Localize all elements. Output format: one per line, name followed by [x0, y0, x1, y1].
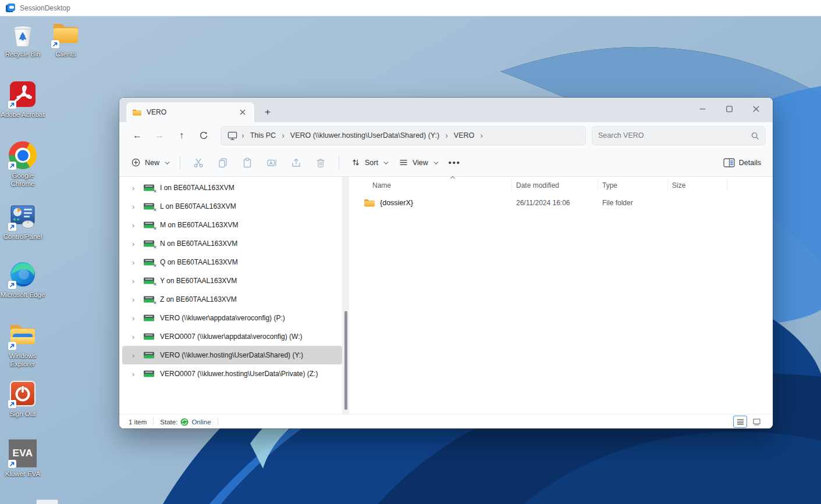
large-icons-view-toggle[interactable] — [749, 416, 763, 428]
cut-button[interactable] — [186, 153, 211, 173]
desktop-icon-recycle-bin[interactable]: Recycle Bin — [0, 20, 45, 58]
breadcrumb-item[interactable]: This PC — [247, 130, 279, 141]
sidebar-drive-item[interactable]: › × VERO0007 (\\kluwer\appdata\veroconfi… — [122, 327, 342, 346]
folder-icon — [52, 20, 80, 48]
paste-button[interactable] — [235, 153, 260, 173]
search-box[interactable] — [592, 126, 766, 145]
new-button[interactable]: New — [125, 153, 174, 173]
chevron-right-icon[interactable]: › — [132, 314, 138, 323]
column-header-size[interactable]: Size — [668, 179, 727, 192]
back-button[interactable]: ← — [126, 126, 148, 145]
sidebar-drive-item[interactable]: › × I on BE60TAAL163XVM — [122, 178, 342, 197]
desktop-icon-adobe-acrobat[interactable]: Adobe Acrobat — [0, 80, 45, 119]
chevron-right-icon[interactable]: › — [132, 184, 138, 192]
chevron-right-icon[interactable]: › — [132, 202, 138, 211]
chevron-right-icon[interactable]: › — [239, 131, 247, 140]
breadcrumb-item[interactable]: VERO — [450, 130, 478, 141]
disconnected-x-icon: × — [154, 189, 157, 194]
sidebar-drive-item[interactable]: › × Z on BE60TAAL163XVM — [122, 290, 342, 309]
desktop-icon-microsoft-edge[interactable]: Microsoft Edge — [0, 260, 45, 299]
desktop-icon-kluwer-eva[interactable]: EVA Kluwer EVA — [0, 439, 45, 478]
sidebar-drive-item[interactable]: › × Y on BE60TAAL163XVM — [122, 271, 342, 290]
details-view-toggle[interactable] — [733, 416, 747, 428]
details-pane-button[interactable]: Details — [717, 153, 767, 173]
chevron-right-icon[interactable]: › — [132, 351, 138, 360]
chevron-right-icon[interactable]: › — [443, 131, 450, 140]
file-row[interactable]: {dossierX} 26/11/2024 16:06 File folder — [364, 194, 773, 211]
sidebar-drive-item[interactable]: › × VERO0007 (\\kluwer.hosting\UserData\… — [122, 364, 342, 383]
search-input[interactable] — [598, 131, 751, 140]
chevron-right-icon[interactable]: › — [279, 131, 287, 140]
drive-label: L on BE60TAAL163XVM — [160, 202, 236, 210]
status-separator — [218, 418, 218, 426]
desktop-icon-windows-explorer[interactable]: Windows Explorer — [0, 321, 45, 369]
edge-icon — [9, 260, 37, 288]
copy-button[interactable] — [211, 153, 235, 173]
tab-close-icon[interactable] — [237, 106, 248, 118]
forward-button[interactable]: → — [148, 126, 170, 145]
network-drive-icon: × — [143, 333, 155, 341]
tab-title: VERO — [147, 108, 232, 116]
column-header-name[interactable]: Name — [364, 179, 512, 192]
toolbar-separator — [339, 156, 339, 170]
chevron-right-icon[interactable]: › — [132, 333, 138, 341]
column-header-type[interactable]: Type — [598, 179, 668, 192]
disconnected-x-icon: × — [154, 245, 157, 250]
minimize-button[interactable] — [689, 98, 716, 120]
details-pane-icon — [723, 158, 735, 167]
chevron-right-icon[interactable]: › — [132, 258, 138, 267]
desktop-icon-google-chrome[interactable]: Google Chrome — [0, 141, 45, 188]
sidebar-drive-item[interactable]: › × N on BE60TAAL163XVM — [122, 234, 342, 253]
explorer-body: › × I on BE60TAAL163XVM › × L on BE60TAA… — [119, 177, 773, 414]
more-options-button[interactable]: ••• — [443, 153, 467, 173]
network-drive-icon: × — [143, 277, 155, 285]
chevron-down-icon — [383, 159, 388, 164]
tab-vero[interactable]: VERO — [126, 102, 254, 122]
sidebar-drive-item[interactable]: › × VERO (\\kluwer.hosting\UserData\Shar… — [122, 346, 342, 364]
view-button[interactable]: View — [393, 153, 443, 173]
search-icon — [751, 131, 759, 140]
up-button[interactable]: ↑ — [170, 126, 193, 145]
plus-circle-icon — [131, 158, 141, 167]
refresh-button[interactable] — [193, 126, 215, 145]
breadcrumb-item[interactable]: VERO (\\kluwer.hosting\UserData\Shared) … — [287, 130, 443, 141]
disconnected-x-icon: × — [154, 263, 157, 269]
address-bar[interactable]: ›This PC›VERO (\\kluwer.hosting\UserData… — [221, 126, 586, 145]
item-count: 1 item — [129, 419, 147, 426]
drive-label: I on BE60TAAL163XVM — [160, 184, 234, 192]
sidebar-scrollbar[interactable] — [342, 177, 349, 414]
sidebar-drive-item[interactable]: › × VERO (\\kluwer\appdata\veroconfig) (… — [122, 309, 342, 327]
delete-button[interactable] — [308, 153, 333, 173]
sort-ascending-icon — [450, 175, 456, 180]
chevron-right-icon[interactable]: › — [478, 131, 485, 140]
shortcut-arrow-icon — [8, 162, 16, 170]
chevron-right-icon[interactable]: › — [132, 240, 138, 248]
maximize-button[interactable] — [716, 98, 742, 120]
sidebar-drive-item[interactable]: › × Q on BE60TAAL163XVM — [122, 253, 342, 271]
chevron-right-icon[interactable]: › — [132, 370, 138, 378]
rename-button[interactable] — [260, 153, 284, 173]
scrollbar-thumb[interactable] — [344, 311, 347, 410]
close-button[interactable] — [742, 98, 769, 120]
desktop-icon-label: Clients — [55, 50, 76, 58]
state-value: Online — [191, 419, 211, 426]
share-button[interactable] — [284, 153, 308, 173]
desktop-icon-sign-out[interactable]: Sign Out — [0, 380, 45, 418]
new-tab-button[interactable]: + — [260, 105, 275, 120]
column-header-date-modified[interactable]: Date modified — [512, 179, 598, 192]
chevron-right-icon[interactable]: › — [132, 277, 138, 285]
control-panel-icon — [9, 202, 37, 230]
desktop-icon-control-panel[interactable]: ControlPanel — [0, 202, 45, 241]
sidebar-drive-item[interactable]: › × M on BE60TAAL163XVM — [122, 216, 342, 234]
disconnected-x-icon: × — [154, 208, 157, 213]
file-name: {dossierX} — [380, 199, 413, 207]
desktop-icon-clients[interactable]: Clients — [43, 20, 88, 58]
sort-button[interactable]: Sort — [345, 153, 393, 173]
chevron-right-icon[interactable]: › — [132, 295, 138, 304]
sidebar-drive-item[interactable]: › × L on BE60TAAL163XVM — [122, 197, 342, 216]
session-title: SessionDesktop — [20, 4, 70, 12]
toolbar-separator — [180, 156, 180, 170]
folder-icon — [132, 108, 142, 116]
chevron-right-icon[interactable]: › — [132, 221, 138, 230]
state-label: State: — [160, 419, 177, 426]
